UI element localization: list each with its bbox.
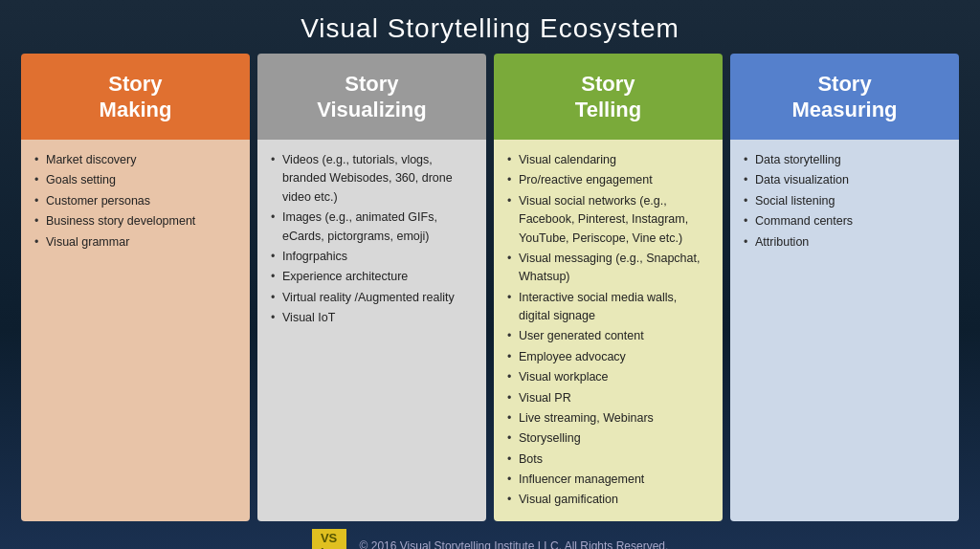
list-item: Data visualization xyxy=(742,171,947,189)
list-item: Visual grammar xyxy=(33,233,238,252)
columns-container: Story MakingMarket discoveryGoals settin… xyxy=(21,54,959,521)
list-item: Storyselling xyxy=(505,429,711,448)
list-item: Attribution xyxy=(742,233,947,252)
list-item: Goals setting xyxy=(33,171,238,189)
list-item: Employee advocacy xyxy=(505,348,711,366)
list-item: User generated content xyxy=(505,327,711,345)
column-story-visualizing: Story VisualizingVideos (e.g., tutorials… xyxy=(257,54,486,521)
footer-logo-text: VSI xyxy=(321,532,337,549)
list-item: Infogrpahics xyxy=(269,248,475,266)
list-item: Visual gamification xyxy=(505,491,711,509)
list-item: Bots xyxy=(505,450,711,469)
footer: VSI © 2016 Visual Storytelling Institute… xyxy=(0,521,980,549)
list-item: Visual social networks (e.g., Facebook, … xyxy=(505,192,711,248)
page-title: Visual Storytelling Ecosystem xyxy=(301,13,679,44)
list-item: Images (e.g., animated GIFs, eCards, pic… xyxy=(269,209,475,246)
list-item: Virtual reality /Augmented reality xyxy=(269,289,475,307)
column-story-measuring: Story MeasuringData storytellingData vis… xyxy=(730,54,959,521)
list-item: Experience architecture xyxy=(269,268,475,286)
list-item: Customer personas xyxy=(33,192,238,210)
footer-logo: VSI xyxy=(312,529,346,549)
list-item: Market discovery xyxy=(33,151,238,169)
list-item: Pro/reactive engagement xyxy=(505,171,711,189)
list-item: Visual messaging (e.g., Snapchat, Whatsu… xyxy=(505,250,711,287)
column-body-story-telling: Visual calendaringPro/reactive engagemen… xyxy=(494,140,723,521)
list-item: Visual calendaring xyxy=(505,151,711,169)
column-body-story-visualizing: Videos (e.g., tutorials, vlogs, branded … xyxy=(257,140,486,521)
list-item: Social listening xyxy=(742,192,947,210)
list-item: Influencer management xyxy=(505,471,711,489)
list-item: Live streaming, Webinars xyxy=(505,409,711,428)
list-item: Data storytelling xyxy=(742,151,947,169)
list-item: Interactive social media walls, digital … xyxy=(505,289,711,326)
column-header-story-measuring: Story Measuring xyxy=(730,54,959,140)
column-story-telling: Story TellingVisual calendaringPro/react… xyxy=(494,54,723,521)
list-item: Visual PR xyxy=(505,389,711,407)
list-item: Business story development xyxy=(33,212,238,231)
column-header-story-visualizing: Story Visualizing xyxy=(257,54,486,140)
column-header-story-telling: Story Telling xyxy=(494,54,723,140)
column-header-story-making: Story Making xyxy=(21,54,250,140)
list-item: Visual IoT xyxy=(269,309,475,327)
list-item: Command centers xyxy=(742,212,947,231)
list-item: Videos (e.g., tutorials, vlogs, branded … xyxy=(269,151,475,207)
footer-copyright: © 2016 Visual Storytelling Institute LLC… xyxy=(360,539,669,549)
column-body-story-measuring: Data storytellingData visualizationSocia… xyxy=(730,140,959,521)
column-body-story-making: Market discoveryGoals settingCustomer pe… xyxy=(21,140,250,521)
list-item: Visual workplace xyxy=(505,368,711,386)
column-story-making: Story MakingMarket discoveryGoals settin… xyxy=(21,54,250,521)
